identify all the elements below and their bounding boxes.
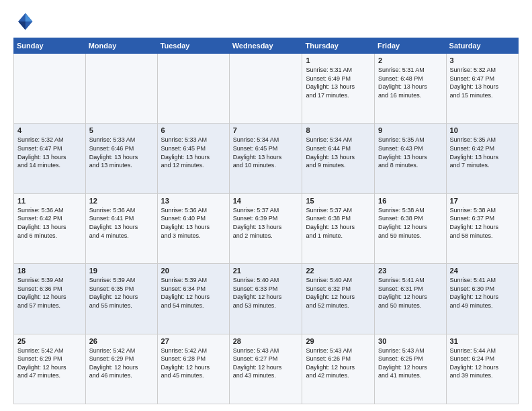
day-number: 1: [306, 56, 371, 64]
calendar-cell: 14Sunrise: 5:37 AM Sunset: 6:39 PM Dayli…: [229, 193, 302, 263]
day-number: 31: [450, 337, 515, 345]
day-info: Sunrise: 5:43 AM Sunset: 6:26 PM Dayligh…: [306, 347, 371, 380]
calendar-cell: 11Sunrise: 5:36 AM Sunset: 6:42 PM Dayli…: [14, 193, 86, 263]
day-number: 28: [233, 337, 299, 345]
day-info: Sunrise: 5:38 AM Sunset: 6:37 PM Dayligh…: [450, 206, 515, 240]
logo: [13, 11, 38, 32]
calendar-cell: 18Sunrise: 5:39 AM Sunset: 6:36 PM Dayli…: [14, 264, 86, 334]
header-day-monday: Monday: [85, 38, 157, 54]
day-info: Sunrise: 5:31 AM Sunset: 6:49 PM Dayligh…: [306, 66, 371, 99]
calendar-cell: 22Sunrise: 5:40 AM Sunset: 6:32 PM Dayli…: [302, 264, 375, 334]
day-number: 21: [233, 267, 299, 275]
day-number: 26: [89, 337, 154, 345]
calendar-cell: 15Sunrise: 5:37 AM Sunset: 6:38 PM Dayli…: [302, 193, 375, 263]
calendar-body: 1Sunrise: 5:31 AM Sunset: 6:49 PM Daylig…: [14, 54, 519, 404]
day-info: Sunrise: 5:43 AM Sunset: 6:27 PM Dayligh…: [233, 347, 299, 380]
calendar-cell: [85, 54, 157, 124]
calendar-cell: 24Sunrise: 5:41 AM Sunset: 6:30 PM Dayli…: [446, 264, 518, 334]
day-info: Sunrise: 5:40 AM Sunset: 6:33 PM Dayligh…: [233, 276, 299, 310]
day-info: Sunrise: 5:43 AM Sunset: 6:25 PM Dayligh…: [378, 347, 442, 380]
calendar-cell: 30Sunrise: 5:43 AM Sunset: 6:25 PM Dayli…: [375, 334, 446, 404]
day-info: Sunrise: 5:34 AM Sunset: 6:44 PM Dayligh…: [306, 136, 371, 169]
day-info: Sunrise: 5:35 AM Sunset: 6:42 PM Dayligh…: [450, 136, 515, 169]
day-number: 2: [378, 56, 442, 64]
day-number: 14: [233, 197, 299, 205]
day-info: Sunrise: 5:37 AM Sunset: 6:39 PM Dayligh…: [233, 206, 299, 240]
header-day-thursday: Thursday: [302, 38, 375, 54]
calendar-cell: 31Sunrise: 5:44 AM Sunset: 6:24 PM Dayli…: [446, 334, 518, 404]
day-info: Sunrise: 5:32 AM Sunset: 6:47 PM Dayligh…: [450, 66, 515, 99]
day-info: Sunrise: 5:31 AM Sunset: 6:48 PM Dayligh…: [378, 66, 442, 99]
logo-icon: [13, 11, 35, 32]
day-info: Sunrise: 5:34 AM Sunset: 6:45 PM Dayligh…: [233, 136, 299, 169]
day-number: 10: [450, 126, 515, 134]
day-info: Sunrise: 5:36 AM Sunset: 6:40 PM Dayligh…: [161, 206, 226, 240]
header: [13, 11, 519, 32]
day-number: 29: [306, 337, 371, 345]
day-number: 5: [89, 126, 154, 134]
day-number: 4: [17, 126, 82, 134]
calendar-cell: 10Sunrise: 5:35 AM Sunset: 6:42 PM Dayli…: [446, 124, 518, 193]
header-day-friday: Friday: [375, 38, 446, 54]
page: SundayMondayTuesdayWednesdayThursdayFrid…: [0, 0, 532, 411]
day-number: 6: [161, 126, 226, 134]
day-number: 27: [161, 337, 226, 345]
calendar-cell: 27Sunrise: 5:42 AM Sunset: 6:28 PM Dayli…: [157, 334, 229, 404]
day-number: 20: [161, 267, 226, 275]
day-info: Sunrise: 5:42 AM Sunset: 6:29 PM Dayligh…: [17, 347, 82, 380]
day-number: 17: [450, 197, 515, 205]
day-number: 7: [233, 126, 299, 134]
day-info: Sunrise: 5:44 AM Sunset: 6:24 PM Dayligh…: [450, 347, 515, 380]
calendar-header: SundayMondayTuesdayWednesdayThursdayFrid…: [14, 38, 519, 54]
day-info: Sunrise: 5:35 AM Sunset: 6:43 PM Dayligh…: [378, 136, 442, 169]
day-number: 16: [378, 197, 442, 205]
week-row-3: 11Sunrise: 5:36 AM Sunset: 6:42 PM Dayli…: [14, 193, 519, 263]
day-number: 19: [89, 267, 154, 275]
day-number: 18: [17, 267, 82, 275]
calendar-cell: 6Sunrise: 5:33 AM Sunset: 6:45 PM Daylig…: [157, 124, 229, 193]
week-row-2: 4Sunrise: 5:32 AM Sunset: 6:47 PM Daylig…: [14, 124, 519, 193]
calendar-cell: 3Sunrise: 5:32 AM Sunset: 6:47 PM Daylig…: [446, 54, 518, 124]
calendar-cell: 2Sunrise: 5:31 AM Sunset: 6:48 PM Daylig…: [375, 54, 446, 124]
day-info: Sunrise: 5:36 AM Sunset: 6:42 PM Dayligh…: [17, 206, 82, 240]
day-number: 11: [17, 197, 82, 205]
day-info: Sunrise: 5:33 AM Sunset: 6:45 PM Dayligh…: [161, 136, 226, 169]
calendar-cell: 29Sunrise: 5:43 AM Sunset: 6:26 PM Dayli…: [302, 334, 375, 404]
day-number: 22: [306, 267, 371, 275]
calendar: SundayMondayTuesdayWednesdayThursdayFrid…: [13, 38, 519, 404]
week-row-5: 25Sunrise: 5:42 AM Sunset: 6:29 PM Dayli…: [14, 334, 519, 404]
day-info: Sunrise: 5:42 AM Sunset: 6:29 PM Dayligh…: [89, 347, 154, 380]
calendar-cell: [157, 54, 229, 124]
day-info: Sunrise: 5:41 AM Sunset: 6:30 PM Dayligh…: [450, 276, 515, 310]
calendar-cell: 23Sunrise: 5:41 AM Sunset: 6:31 PM Dayli…: [375, 264, 446, 334]
day-number: 25: [17, 337, 82, 345]
day-info: Sunrise: 5:39 AM Sunset: 6:36 PM Dayligh…: [17, 276, 82, 310]
day-info: Sunrise: 5:42 AM Sunset: 6:28 PM Dayligh…: [161, 347, 226, 380]
calendar-cell: [14, 54, 86, 124]
day-number: 13: [161, 197, 226, 205]
day-number: 23: [378, 267, 442, 275]
day-number: 15: [306, 197, 371, 205]
day-info: Sunrise: 5:37 AM Sunset: 6:38 PM Dayligh…: [306, 206, 371, 240]
calendar-cell: 16Sunrise: 5:38 AM Sunset: 6:38 PM Dayli…: [375, 193, 446, 263]
week-row-1: 1Sunrise: 5:31 AM Sunset: 6:49 PM Daylig…: [14, 54, 519, 124]
calendar-cell: 9Sunrise: 5:35 AM Sunset: 6:43 PM Daylig…: [375, 124, 446, 193]
header-row: SundayMondayTuesdayWednesdayThursdayFrid…: [14, 38, 519, 54]
calendar-cell: 1Sunrise: 5:31 AM Sunset: 6:49 PM Daylig…: [302, 54, 375, 124]
calendar-cell: 20Sunrise: 5:39 AM Sunset: 6:34 PM Dayli…: [157, 264, 229, 334]
day-info: Sunrise: 5:36 AM Sunset: 6:41 PM Dayligh…: [89, 206, 154, 240]
day-number: 3: [450, 56, 515, 64]
header-day-sunday: Sunday: [14, 38, 86, 54]
calendar-cell: [229, 54, 302, 124]
header-day-wednesday: Wednesday: [229, 38, 302, 54]
day-number: 9: [378, 126, 442, 134]
day-info: Sunrise: 5:39 AM Sunset: 6:35 PM Dayligh…: [89, 276, 154, 310]
calendar-cell: 8Sunrise: 5:34 AM Sunset: 6:44 PM Daylig…: [302, 124, 375, 193]
week-row-4: 18Sunrise: 5:39 AM Sunset: 6:36 PM Dayli…: [14, 264, 519, 334]
day-info: Sunrise: 5:41 AM Sunset: 6:31 PM Dayligh…: [378, 276, 442, 310]
calendar-cell: 4Sunrise: 5:32 AM Sunset: 6:47 PM Daylig…: [14, 124, 86, 193]
calendar-cell: 26Sunrise: 5:42 AM Sunset: 6:29 PM Dayli…: [85, 334, 157, 404]
day-info: Sunrise: 5:32 AM Sunset: 6:47 PM Dayligh…: [17, 136, 82, 169]
calendar-table: SundayMondayTuesdayWednesdayThursdayFrid…: [13, 38, 519, 404]
header-day-saturday: Saturday: [446, 38, 518, 54]
